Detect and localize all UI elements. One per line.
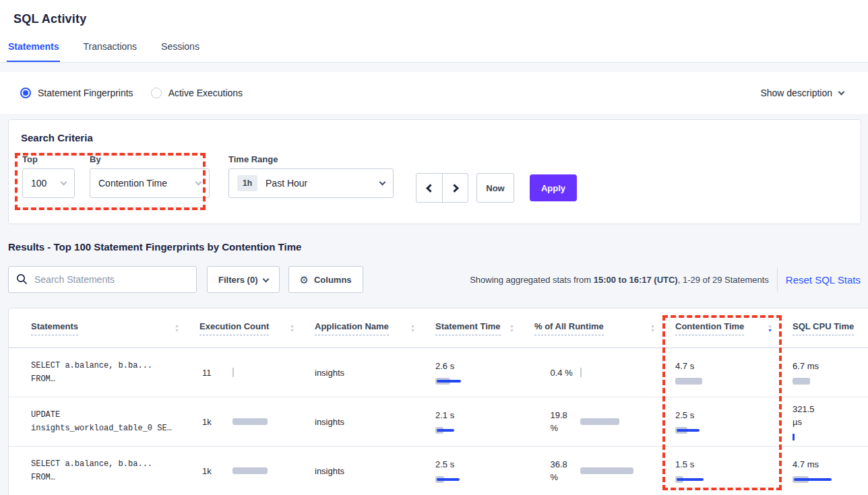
contention-time-bar: [675, 426, 743, 434]
reset-sql-stats-link[interactable]: Reset SQL Stats: [786, 274, 861, 286]
stats-summary: Showing aggregated stats from 15:00 to 1…: [470, 275, 769, 285]
page-title: SQL Activity: [0, 9, 868, 26]
statement-time-bar: [435, 475, 503, 484]
column-header-statements[interactable]: Statements ▲▼: [31, 321, 199, 335]
pct-runtime-cell: 19.8%: [534, 397, 675, 446]
columns-button[interactable]: ⚙ Columns: [288, 266, 363, 293]
apply-button[interactable]: Apply: [530, 174, 577, 201]
pct-runtime-bar: [580, 368, 648, 376]
radio-active-executions[interactable]: Active Executions: [151, 88, 243, 98]
view-toggle-bar: Statement Fingerprints Active Executions…: [0, 72, 868, 114]
column-header-contention-time[interactable]: Contention Time ▲▼: [675, 321, 793, 335]
application-name-cell: insights: [315, 348, 435, 397]
search-statements-box: [8, 266, 197, 293]
time-nav-group: [416, 173, 468, 203]
by-select[interactable]: Contention Time: [90, 168, 210, 198]
column-header-execution-count[interactable]: Execution Count ▲▼: [199, 321, 315, 335]
statement-link[interactable]: SELECT a.balance, b.ba... FROM…: [31, 447, 199, 495]
top-bar: SQL Activity Statements Transactions Ses…: [0, 0, 868, 63]
chevron-down-icon: [61, 178, 67, 185]
time-range-select[interactable]: 1h Past Hour: [228, 168, 394, 198]
chevron-left-icon: [426, 184, 435, 193]
execution-count-cell: 1k: [199, 397, 315, 446]
pct-runtime-cell: 0.4 %: [534, 348, 675, 397]
statement-time-cell: 2.1 s: [435, 397, 534, 446]
statement-time-bar: [435, 426, 503, 434]
sort-icon[interactable]: ▲▼: [410, 324, 415, 333]
gear-icon: ⚙: [300, 275, 309, 285]
results-toolbar: Filters (0) ⚙ Columns Showing aggregated…: [8, 266, 861, 293]
application-name-cell: insights: [315, 397, 435, 446]
pct-runtime-bar: [580, 467, 648, 475]
by-label: By: [90, 154, 210, 164]
column-header-pct-runtime[interactable]: % of All Runtime ▲▼: [534, 321, 675, 335]
top-label: Top: [22, 154, 83, 164]
time-range-label: Time Range: [228, 154, 394, 164]
next-interval-button[interactable]: [442, 174, 468, 202]
radio-unchecked-icon[interactable]: [151, 88, 162, 98]
sql-cpu-time-bar: [793, 475, 860, 484]
table-header-row: Statements ▲▼ Execution Count ▲▼ Applica…: [9, 308, 868, 348]
sql-cpu-time-cell: 321.5µs: [793, 397, 868, 446]
pct-runtime-bar: [580, 418, 648, 426]
execution-count-bar: [232, 368, 300, 376]
results-heading: Results - Top 100 Statement Fingerprints…: [8, 241, 868, 253]
contention-time-cell: 1.5 s: [675, 447, 793, 495]
search-criteria-heading: Search Criteria: [21, 132, 861, 143]
pct-runtime-cell: 36.8%: [534, 447, 675, 495]
search-statements-input[interactable]: [8, 266, 197, 293]
column-header-application-name[interactable]: Application Name ▲▼: [315, 321, 435, 335]
column-header-sql-cpu-time[interactable]: SQL CPU Time ▲▼: [793, 321, 868, 335]
filters-button[interactable]: Filters (0): [207, 266, 280, 293]
execution-count-bar: [232, 418, 300, 426]
chevron-down-icon: [838, 88, 845, 95]
execution-count-bar: [232, 467, 300, 475]
statement-link[interactable]: UPDATE insights_workload_table_0 SE…: [31, 397, 199, 446]
execution-count-cell: 1k: [199, 447, 315, 495]
search-icon: [16, 273, 28, 285]
top-select[interactable]: 100: [22, 168, 75, 198]
execution-count-cell: 11: [199, 348, 315, 397]
statement-time-cell: 2.6 s: [435, 348, 534, 397]
column-header-statement-time[interactable]: Statement Time ▲▼: [435, 321, 534, 335]
contention-time-bar: [675, 377, 743, 385]
sort-icon[interactable]: ▲▼: [509, 324, 514, 333]
sort-icon[interactable]: ▲▼: [290, 324, 294, 333]
show-description-toggle[interactable]: Show description: [760, 88, 844, 98]
statement-link[interactable]: SELECT a.balance, b.ba... FROM…: [31, 348, 199, 397]
time-range-badge: 1h: [237, 175, 257, 191]
sort-icon[interactable]: ▲▼: [650, 324, 655, 333]
chevron-right-icon: [450, 184, 459, 193]
sql-cpu-time-bar: [793, 377, 860, 385]
chevron-down-icon: [262, 275, 269, 282]
chevron-down-icon: [379, 178, 386, 185]
contention-time-bar: [675, 475, 743, 484]
sort-icon[interactable]: ▲▼: [768, 324, 772, 333]
radio-checked-icon[interactable]: [20, 88, 31, 98]
statement-time-bar: [435, 377, 503, 385]
table-row: SELECT a.balance, b.ba... FROM… 1k insig…: [9, 447, 868, 495]
now-button[interactable]: Now: [476, 173, 514, 203]
search-criteria-card: Search Criteria Top 100 By Contention Ti…: [8, 119, 861, 224]
contention-time-cell: 4.7 s: [675, 348, 793, 397]
sql-cpu-time-cell: 6.7 ms: [793, 348, 868, 397]
tab-sessions[interactable]: Sessions: [160, 41, 201, 62]
sql-cpu-time-bar: [793, 433, 860, 441]
contention-time-cell: 2.5 s: [675, 397, 793, 446]
radio-statement-fingerprints[interactable]: Statement Fingerprints: [20, 88, 133, 98]
tab-bar: Statements Transactions Sessions: [7, 41, 868, 62]
divider: [777, 267, 778, 292]
sql-cpu-time-cell: 4.7 ms: [793, 447, 868, 495]
statements-table: Statements ▲▼ Execution Count ▲▼ Applica…: [8, 308, 868, 495]
previous-interval-button[interactable]: [416, 174, 442, 202]
application-name-cell: insights: [315, 447, 435, 495]
statement-time-cell: 2.5 s: [435, 447, 534, 495]
table-row: UPDATE insights_workload_table_0 SE… 1k …: [9, 397, 868, 447]
table-row: SELECT a.balance, b.ba... FROM… 11 insig…: [9, 348, 868, 397]
tab-statements[interactable]: Statements: [7, 41, 60, 62]
chevron-down-icon: [195, 178, 202, 185]
tab-transactions[interactable]: Transactions: [82, 41, 138, 62]
sort-icon[interactable]: ▲▼: [175, 324, 179, 333]
